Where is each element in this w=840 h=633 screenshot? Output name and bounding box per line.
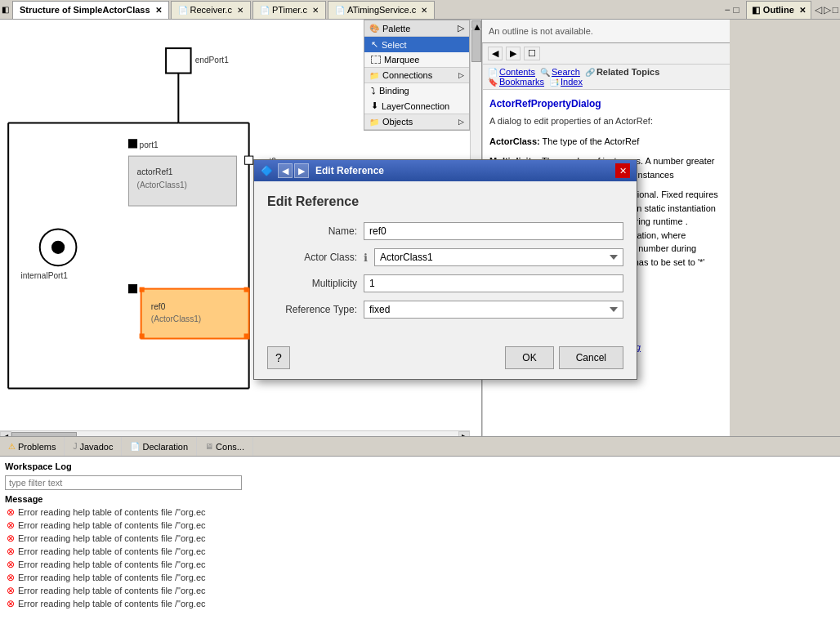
help-actor-class-label: ActorClass: — [489, 136, 540, 146]
palette-item-binding[interactable]: ⤵ Binding — [364, 83, 469, 98]
help-link-contents[interactable]: 📄 Contents — [488, 67, 535, 77]
dialog-cancel-btn[interactable]: Cancel — [559, 346, 623, 369]
multiplicity-label: Multiplicity — [267, 278, 357, 289]
actor-class-label: Actor Class: — [267, 252, 357, 263]
info-icon: ℹ — [364, 252, 368, 264]
help-link-search[interactable]: 🔍 Search — [540, 67, 580, 77]
error-text-3: Error reading help table of contents fil… — [18, 533, 206, 543]
connections-arrow-icon: ▷ — [458, 71, 464, 79]
dialog-nav-back[interactable]: ◀ — [278, 163, 293, 178]
help-stop-btn[interactable]: ☐ — [524, 47, 540, 60]
outline-maximize[interactable]: □ — [833, 4, 838, 16]
tab-atiming-close[interactable]: ✕ — [421, 6, 427, 15]
outline-panel: An outline is not available. — [482, 20, 730, 43]
palette-connections-label: Connections — [382, 70, 432, 80]
workspace-log-label: Workspace Log — [5, 460, 835, 473]
port1-shape — [128, 140, 136, 148]
handle-bl — [140, 333, 145, 338]
handle-br — [244, 333, 249, 338]
help-back-btn[interactable]: ◀ — [488, 47, 503, 60]
error-text-5: Error reading help table of contents fil… — [18, 559, 206, 569]
tab-structure[interactable]: Structure of SimpleActorClass ✕ — [12, 1, 169, 19]
error-row-8: ⊗ Error reading help table of contents f… — [5, 597, 835, 610]
palette-panel: 🎨 Palette ▷ ↖ Select Marquee 📁 Connectio… — [364, 20, 470, 131]
error-row-3: ⊗ Error reading help table of contents f… — [5, 532, 835, 545]
outline-content: An outline is not available. — [482, 20, 730, 42]
bottom-tab-problems-label: Problems — [18, 442, 56, 452]
palette-item-marquee[interactable]: Marquee — [364, 52, 469, 67]
dialog-nav-forward[interactable]: ▶ — [294, 163, 309, 178]
filter-input[interactable] — [5, 475, 242, 490]
help-actor-class-text: The type of the ActorRef — [540, 136, 639, 146]
bottom-tab-console-label: Cons... — [216, 442, 244, 452]
error-row-5: ⊗ Error reading help table of contents f… — [5, 558, 835, 571]
minimize-btn[interactable]: − — [725, 4, 731, 16]
bottom-tab-console[interactable]: 🖥 Cons... — [197, 437, 253, 456]
error-icon-6: ⊗ — [7, 572, 15, 583]
bottom-tab-declaration[interactable]: 📄 Declaration — [122, 437, 197, 456]
search-icon: 🔍 — [540, 68, 550, 77]
problems-icon: ⚠ — [8, 442, 16, 451]
error-text-2: Error reading help table of contents fil… — [18, 520, 206, 530]
name-input[interactable] — [364, 222, 623, 240]
bookmarks-icon: 🔖 — [488, 78, 498, 87]
dialog-ok-btn[interactable]: OK — [505, 346, 553, 369]
palette-item-layer-connection[interactable]: ⬇ LayerConnection — [364, 98, 469, 114]
dialog-heading: Edit Reference — [267, 194, 623, 209]
edit-reference-dialog: 🔷 ◀ ▶ Edit Reference ✕ Edit Reference Na… — [253, 159, 637, 380]
tab-receiver-icon: 📄 — [178, 6, 188, 15]
help-link-related-topics: 🔗 Related Topics — [585, 67, 659, 77]
tab-receiver-close[interactable]: ✕ — [237, 6, 244, 15]
dialog-help-btn[interactable]: ? — [267, 346, 290, 369]
tab-ptimer[interactable]: 📄 PTimer.c ✕ — [252, 1, 326, 19]
objects-arrow-icon: ▷ — [458, 118, 464, 126]
palette-select-label: Select — [382, 40, 407, 50]
actor-ref1-class: (ActorClass1) — [137, 181, 187, 189]
dialog-buttons: ? OK Cancel — [254, 340, 637, 379]
handle-tr — [244, 288, 249, 292]
ref-type-select[interactable]: fixed optional — [364, 301, 623, 319]
actor-class-select[interactable]: ActorClass1 — [374, 248, 623, 266]
help-article-title: ActorRefPropertyDialog — [489, 96, 723, 111]
help-section-1: ActorClass: The type of the ActorRef — [489, 135, 723, 149]
message-header: Message — [5, 493, 835, 506]
dialog-close-btn[interactable]: ✕ — [615, 163, 630, 178]
palette-item-select[interactable]: ↖ Select — [364, 37, 469, 52]
palette-header[interactable]: 🎨 Palette ▷ — [364, 20, 469, 37]
palette-section-connections[interactable]: 📁 Connections ▷ — [364, 67, 469, 83]
bottom-content-area: Workspace Log Message ⊗ Error reading he… — [0, 457, 840, 633]
help-forward-btn[interactable]: ▶ — [506, 47, 521, 60]
error-icon-5: ⊗ — [7, 559, 15, 570]
bottom-tab-problems[interactable]: ⚠ Problems — [0, 437, 65, 456]
error-row-4: ⊗ Error reading help table of contents f… — [5, 545, 835, 558]
bottom-tab-bar: ⚠ Problems J Javadoc 📄 Declaration 🖥 Con… — [0, 437, 840, 457]
help-links-bar: 📄 Contents 🔍 Search 🔗 Related Topics 🔖 B… — [483, 65, 730, 90]
help-link-bookmarks[interactable]: 🔖 Bookmarks — [488, 77, 544, 87]
handle-tl — [140, 288, 145, 292]
error-icon-1: ⊗ — [7, 506, 15, 518]
maximize-btn[interactable]: □ — [734, 4, 739, 16]
tab-outline[interactable]: ◧ Outline ✕ — [746, 1, 811, 19]
help-toolbar: ◀ ▶ ☐ — [483, 43, 730, 65]
tab-structure-close[interactable]: ✕ — [155, 6, 162, 15]
outline-controls: ◁ ▷ □ — [815, 4, 838, 16]
form-row-actor-class: Actor Class: ℹ ActorClass1 — [267, 248, 623, 266]
outline-nav-left[interactable]: ◁ — [815, 4, 822, 16]
internal-port-inner — [51, 241, 65, 254]
outline-nav-right[interactable]: ▷ — [824, 4, 831, 16]
tab-receiver[interactable]: 📄 Receiver.c ✕ — [171, 1, 251, 19]
tab-ptimer-close[interactable]: ✕ — [312, 6, 319, 15]
multiplicity-input[interactable] — [364, 274, 623, 292]
internal-port-label: internalPort1 — [20, 271, 68, 280]
error-text-7: Error reading help table of contents fil… — [18, 586, 206, 595]
palette-section-objects[interactable]: 📁 Objects ▷ — [364, 114, 469, 130]
bottom-tab-javadoc[interactable]: J Javadoc — [65, 437, 122, 456]
bottom-tab-declaration-label: Declaration — [142, 442, 188, 452]
tab-outline-close[interactable]: ✕ — [799, 6, 806, 15]
palette-marquee-label: Marquee — [384, 55, 419, 65]
help-link-index[interactable]: 📑 Index — [549, 77, 583, 87]
error-icon-7: ⊗ — [7, 585, 15, 596]
tab-atiming[interactable]: 📄 ATimingService.c ✕ — [328, 1, 435, 19]
error-text-4: Error reading help table of contents fil… — [18, 546, 206, 556]
name-label: Name: — [267, 225, 357, 237]
